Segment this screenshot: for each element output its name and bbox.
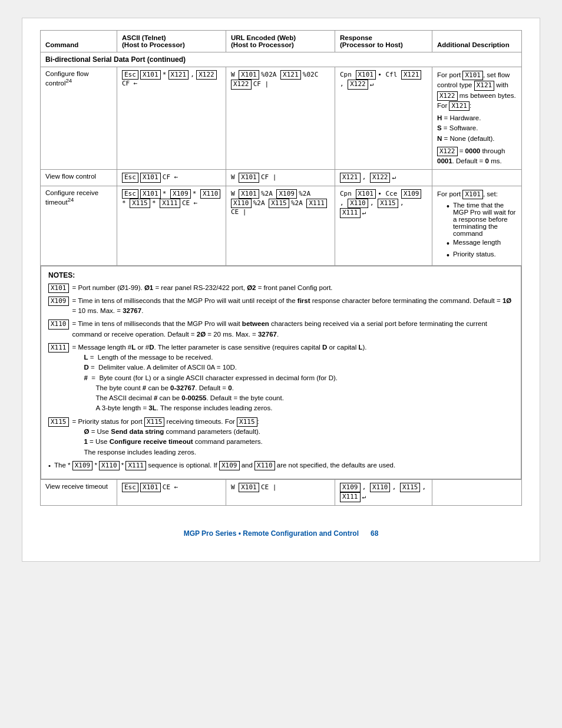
x109-seq-box: X109 xyxy=(72,461,93,470)
ascii-cell-vfc: Esc X101 CF ← xyxy=(117,170,226,186)
x101-crt-box: X101 xyxy=(140,189,161,199)
response-cell: Cpn X101 • Cfl X121 , X122 ↵ xyxy=(335,67,432,170)
note-bullet-x110: X110 xyxy=(48,319,69,329)
bullet-dot: • xyxy=(447,239,449,249)
note-item: X101 = Port number (Ø1-99). Ø1 = rear pa… xyxy=(48,283,514,293)
note-bullet-x101: X101 xyxy=(48,284,69,293)
section-title: Bi-directional Serial Data Port (continu… xyxy=(41,52,522,67)
command-cell-vfc: View flow control xyxy=(41,170,117,186)
ascii-cell-vrt: Esc X101 CE ← xyxy=(117,480,226,506)
col-header-ascii: ASCII (Telnet) (Host to Processor) xyxy=(117,31,226,52)
table-row: View flow control Esc X101 CF ← W X101 C… xyxy=(41,170,522,186)
x115-inline-box: X115 xyxy=(144,417,165,427)
x121-desc-box2: X121 xyxy=(449,101,470,111)
x109-crt-resp-box: X109 xyxy=(401,189,422,199)
x111-crt-box: X111 xyxy=(160,199,180,208)
url-cell-vfc: W X101 CF | xyxy=(226,170,335,186)
ascii-cell: Esc X101 * X121 , X122 CF ← xyxy=(117,67,226,170)
x111-crt-url-box: X111 xyxy=(306,199,327,208)
esc-vfc-box: Esc xyxy=(122,173,138,182)
x115-crt-box: X115 xyxy=(130,199,150,208)
x115-crt-url-box: X115 xyxy=(269,199,289,208)
bullet-item: • Priority status. xyxy=(447,251,517,261)
url-cell: W X101 %02A X121 %02C X122 CF | xyxy=(226,67,335,170)
note-bullet-x115: X115 xyxy=(48,417,69,427)
response-cell-vrt: X109 , X110 , X115 , X111 ↵ xyxy=(335,480,432,506)
x121-box: X121 xyxy=(168,70,189,80)
x115-crt-resp-box: X115 xyxy=(378,199,398,208)
notes-row: NOTES: X101 = Port number (Ø1-99). Ø1 = … xyxy=(41,265,522,479)
bullet-text: Priority status. xyxy=(453,251,496,258)
note-content: = Time in tens of milliseconds that the … xyxy=(72,296,514,317)
table-row: Configure flow control24 Esc X101 * X121… xyxy=(41,67,522,170)
bullet-text: The time that the MGP Pro will wait for … xyxy=(453,202,517,237)
page-number: 68 xyxy=(371,529,378,538)
bullet-text: Message length xyxy=(453,239,501,246)
response-cell-crt: Cpn X101 • Cce X109 , X110 , X115 , X111… xyxy=(335,186,432,265)
main-table: Command ASCII (Telnet) (Host to Processo… xyxy=(40,30,522,506)
x111-vrt-resp-box: X111 xyxy=(340,492,361,502)
x110-crt-resp-box: X110 xyxy=(348,199,368,208)
x122-desc-box2: X122 xyxy=(437,147,458,156)
note-content: = Port number (Ø1-99). Ø1 = rear panel R… xyxy=(72,283,514,293)
x115-vrt-resp-box: X115 xyxy=(400,483,421,492)
x101-url-box: X101 xyxy=(239,70,259,80)
x115-inline-box2: X115 xyxy=(237,417,257,427)
bullet-dot: • xyxy=(447,251,449,261)
x101-box: X101 xyxy=(140,70,161,80)
x110-seq-box: X110 xyxy=(99,461,120,470)
x121-desc-box: X121 xyxy=(474,81,495,90)
note-bullet-x109: X109 xyxy=(48,297,69,306)
note-item: X115 = Priority status for port X115 rec… xyxy=(48,417,514,457)
x101-vrt-box: X101 xyxy=(140,483,161,492)
x122-url-box: X122 xyxy=(231,80,252,89)
x122-resp-box: X122 xyxy=(348,80,368,89)
note-content: = Priority status for port X115 receivin… xyxy=(72,417,514,457)
x109-crt-url-box: X109 xyxy=(276,189,297,199)
command-cell: Configure flow control24 xyxy=(41,67,117,170)
x101-vfc-box: X101 xyxy=(140,173,161,182)
note-item: X109 = Time in tens of milliseconds that… xyxy=(48,296,514,317)
notes-title: NOTES: xyxy=(48,271,514,279)
note-item: • The * X109 * X110 * X111 sequence is o… xyxy=(48,460,514,471)
note-content: = Message length #L or #D. The letter pa… xyxy=(72,342,514,414)
note-bullet-x111: X111 xyxy=(48,343,69,353)
notes-section: NOTES: X101 = Port number (Ø1-99). Ø1 = … xyxy=(41,266,521,479)
x101-vfc-url-box: X101 xyxy=(239,173,259,182)
col-header-response: Response (Processor to Host) xyxy=(335,31,432,52)
url-cell-vrt: W X101 CE | xyxy=(226,480,335,506)
note-item: X111 = Message length #L or #D. The lett… xyxy=(48,342,514,414)
note-item: X110 = Time in tens of milliseconds that… xyxy=(48,319,514,340)
x109-vrt-resp-box: X109 xyxy=(340,483,361,492)
x110-seq-box2: X110 xyxy=(254,461,275,470)
command-cell-crt: Configure receive timeout24 xyxy=(41,186,117,265)
x122-desc-box: X122 xyxy=(437,91,458,101)
notes-cell: NOTES: X101 = Port number (Ø1-99). Ø1 = … xyxy=(41,265,522,479)
x121-vfc-resp-box: X121 xyxy=(340,173,361,182)
page-footer: MGP Pro Series • Remote Configuration an… xyxy=(40,529,522,538)
col-header-additional: Additional Description xyxy=(432,31,522,52)
description-cell-vfc xyxy=(432,170,522,186)
x101-crt-resp-box: X101 xyxy=(356,189,376,199)
x110-vrt-resp-box: X110 xyxy=(370,483,391,492)
description-cell-crt: For port X101, set: • The time that the … xyxy=(432,186,522,265)
esc-crt-box: Esc xyxy=(122,189,138,199)
col-header-command: Command xyxy=(41,31,117,52)
esc-box: Esc xyxy=(122,70,138,80)
description-cell-vrt xyxy=(432,480,522,506)
col-header-url: URL Encoded (Web) (Host to Processor) xyxy=(226,31,335,52)
x121-resp-box: X121 xyxy=(401,70,422,80)
table-row: Configure receive timeout24 Esc X101 * X… xyxy=(41,186,522,265)
response-cell-vfc: X121 , X122 ↵ xyxy=(335,170,432,186)
section-header-row: Bi-directional Serial Data Port (continu… xyxy=(41,52,522,67)
x110-crt-box: X110 xyxy=(200,189,221,199)
x121-url-box: X121 xyxy=(280,70,301,80)
x111-crt-resp-box: X111 xyxy=(340,208,361,218)
x101-crt-url-box: X101 xyxy=(239,189,259,199)
note-content: = Time in tens of milliseconds that the … xyxy=(72,319,514,340)
bullet-item: • The time that the MGP Pro will wait fo… xyxy=(447,202,517,237)
x122-box: X122 xyxy=(196,70,217,80)
note-content: The * X109 * X110 * X111 sequence is opt… xyxy=(54,460,514,470)
bullet-dot: • xyxy=(447,202,449,212)
ascii-cell-crt: Esc X101 * X109 * X110 * X115 * X111 CE … xyxy=(117,186,226,265)
